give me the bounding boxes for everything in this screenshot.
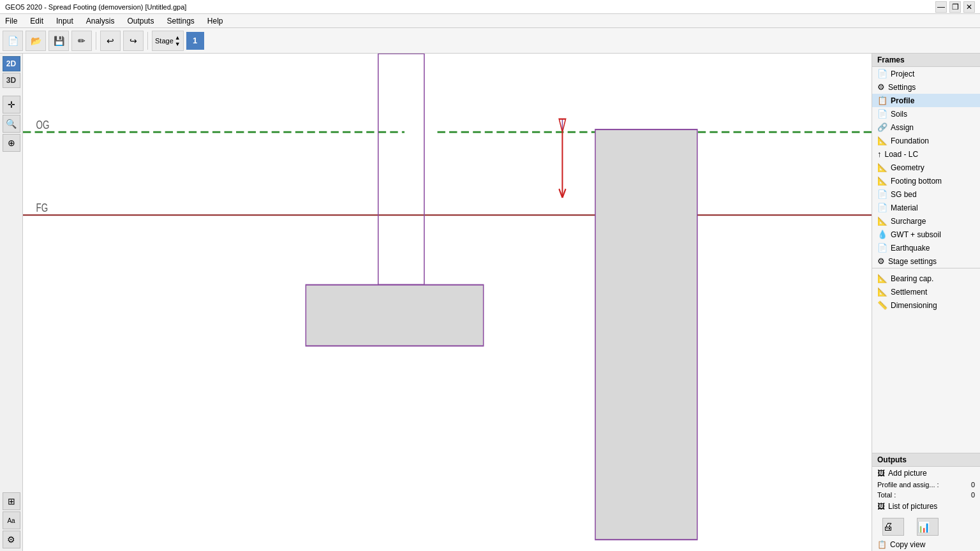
label-view-button[interactable]: Aa: [3, 511, 20, 529]
total-value: 0: [971, 491, 975, 499]
new-button[interactable]: 📄: [3, 31, 23, 51]
menu-analysis[interactable]: Analysis: [84, 17, 117, 26]
geometry-icon: 📐: [877, 163, 887, 172]
right-item-dimensioning[interactable]: 📏 Dimensioning: [872, 298, 980, 312]
toolbar-separator-2: [147, 32, 148, 50]
foundation-label: Foundation: [891, 136, 929, 145]
right-item-load-lc[interactable]: ↑ Load - LC: [872, 147, 980, 161]
assign-label: Assign: [891, 123, 914, 132]
canvas-area[interactable]: OG FG: [23, 54, 872, 551]
svg-rect-8: [595, 129, 697, 540]
right-item-settlement[interactable]: 📐 Settlement: [872, 285, 980, 298]
redo-button[interactable]: ↪: [123, 31, 144, 51]
profile-assign-value: 0: [971, 481, 975, 489]
move-tool-button[interactable]: ✛: [3, 96, 20, 114]
copy-view-label: Copy view: [890, 540, 925, 549]
surcharge-icon: 📐: [877, 216, 887, 226]
right-item-surcharge[interactable]: 📐 Surcharge: [872, 214, 980, 228]
sg-bed-icon: 📄: [877, 189, 887, 199]
print-buttons: 🖨 📊: [872, 515, 980, 538]
stage-number[interactable]: 1: [186, 32, 204, 50]
right-item-stage-settings[interactable]: ⚙ Stage settings: [872, 254, 980, 268]
3d-view-button[interactable]: 3D: [3, 73, 20, 88]
settlement-icon: 📐: [877, 287, 887, 297]
geometry-label: Geometry: [891, 163, 924, 172]
profile-label: Profile: [891, 96, 914, 105]
right-item-material[interactable]: 📄 Material: [872, 201, 980, 214]
window-controls[interactable]: — ❐ ✕: [935, 1, 975, 13]
add-picture-item[interactable]: 🖼 Add picture: [872, 467, 980, 480]
toolbar-separator-1: [96, 32, 96, 50]
assign-icon: 🔗: [877, 122, 887, 132]
copy-view-icon: 📋: [877, 540, 887, 549]
right-item-earthquake[interactable]: 📄 Earthquake: [872, 241, 980, 254]
earthquake-label: Earthquake: [891, 244, 930, 253]
earthquake-icon: 📄: [877, 243, 887, 253]
stage-box: Stage ▲ ▼: [152, 31, 184, 51]
right-item-sg-bed[interactable]: 📄 SG bed: [872, 187, 980, 201]
bearing-cap-label: Bearing cap.: [891, 274, 933, 283]
close-btn[interactable]: ✕: [963, 1, 975, 13]
stage-up[interactable]: ▲: [175, 34, 181, 41]
menu-outputs[interactable]: Outputs: [124, 17, 156, 26]
settings-label: Settings: [888, 83, 916, 92]
minimize-btn[interactable]: —: [935, 1, 947, 13]
surcharge-label: Surcharge: [891, 217, 926, 226]
stage-down[interactable]: ▼: [175, 41, 181, 47]
menu-settings[interactable]: Settings: [164, 17, 197, 26]
bearing-cap-icon: 📐: [877, 274, 887, 283]
svg-text:FG: FG: [36, 202, 48, 214]
gwt-subsoil-label: GWT + subsoil: [891, 230, 941, 239]
copy-view-item[interactable]: 📋 Copy view: [872, 538, 980, 551]
edit-button[interactable]: ✏: [71, 31, 92, 51]
list-pictures-label: List of pictures: [888, 502, 937, 511]
list-pictures-item[interactable]: 🖼 List of pictures: [872, 500, 980, 513]
stage-label: Stage: [155, 37, 174, 45]
grid-view-button[interactable]: ⊞: [3, 492, 20, 510]
print-button-2[interactable]: 📊: [917, 518, 939, 536]
open-button[interactable]: 📂: [26, 31, 46, 51]
save-button[interactable]: 💾: [48, 31, 69, 51]
right-item-profile[interactable]: 📋 Profile: [872, 94, 980, 107]
svg-rect-7: [306, 285, 483, 346]
right-item-assign[interactable]: 🔗 Assign: [872, 121, 980, 134]
load-lc-label: Load - LC: [885, 150, 919, 159]
right-item-soils[interactable]: 📄 Soils: [872, 107, 980, 121]
footing-bottom-icon: 📐: [877, 176, 887, 186]
foundation-icon: 📐: [877, 136, 887, 145]
menu-edit[interactable]: Edit: [27, 17, 46, 26]
sg-bed-label: SG bed: [891, 190, 917, 199]
right-panel: Frames 📄 Project ⚙ Settings 📋 Profile 📄 …: [872, 54, 980, 551]
right-item-project[interactable]: 📄 Project: [872, 67, 980, 80]
right-item-gwt-subsoil[interactable]: 💧 GWT + subsoil: [872, 228, 980, 241]
menu-input[interactable]: Input: [54, 17, 76, 26]
frames-header: Frames: [872, 54, 980, 67]
tool-settings-button[interactable]: ⚙: [3, 531, 20, 548]
footing-bottom-label: Footing bottom: [891, 177, 942, 186]
right-item-bearing-cap[interactable]: 📐 Bearing cap.: [872, 272, 980, 285]
add-picture-label: Add picture: [888, 469, 927, 478]
settings-icon: ⚙: [877, 82, 885, 92]
stage-settings-icon: ⚙: [877, 256, 885, 266]
right-item-footing-bottom[interactable]: 📐 Footing bottom: [872, 174, 980, 187]
soils-icon: 📄: [877, 109, 887, 119]
maximize-btn[interactable]: ❐: [949, 1, 961, 13]
print-button-1[interactable]: 🖨: [882, 518, 904, 536]
main-layout: 2D 3D ✛ 🔍 ⊕ ⊞ Aa ⚙ OG FG: [0, 54, 980, 551]
zoom-tool-button[interactable]: 🔍: [3, 115, 20, 133]
dimensioning-icon: 📏: [877, 300, 887, 310]
2d-view-button[interactable]: 2D: [3, 56, 20, 71]
list-pictures-icon: 🖼: [877, 502, 885, 511]
main-svg-canvas[interactable]: OG FG: [23, 54, 872, 551]
menu-help[interactable]: Help: [205, 17, 226, 26]
right-item-foundation[interactable]: 📐 Foundation: [872, 134, 980, 147]
toolbar: 📄 📂 💾 ✏ ↩ ↪ Stage ▲ ▼ 1: [0, 28, 980, 54]
title-text: GEO5 2020 - Spread Footing (demoversion)…: [5, 3, 186, 11]
menu-file[interactable]: File: [3, 17, 20, 26]
right-item-geometry[interactable]: 📐 Geometry: [872, 161, 980, 174]
dimensioning-label: Dimensioning: [891, 301, 937, 310]
info-tool-button[interactable]: ⊕: [3, 134, 20, 152]
undo-button[interactable]: ↩: [100, 31, 121, 51]
load-lc-icon: ↑: [877, 149, 882, 159]
right-item-settings[interactable]: ⚙ Settings: [872, 80, 980, 94]
